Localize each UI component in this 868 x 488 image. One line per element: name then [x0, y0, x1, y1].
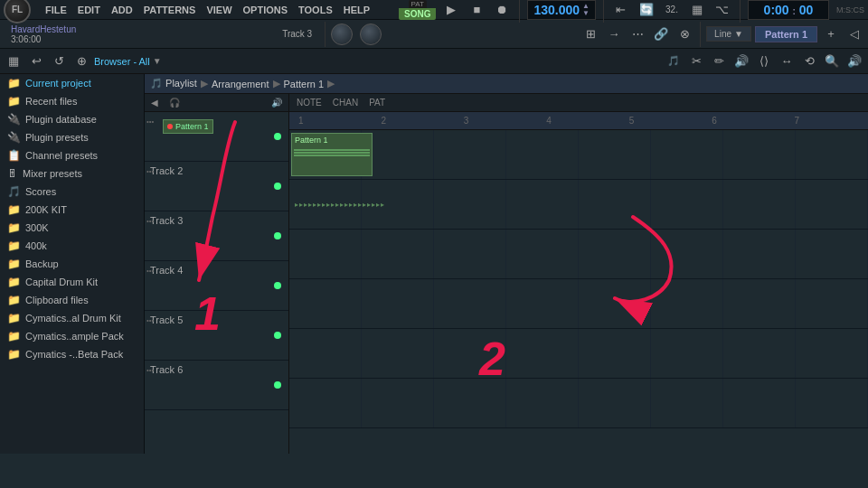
sub-tool-speaker[interactable]: 🔊 — [269, 98, 285, 108]
tool8-icon[interactable]: 🔊 — [844, 52, 864, 71]
line-dropdown[interactable]: Line ▼ — [706, 26, 751, 42]
grid-area[interactable]: NOTE CHAN PAT 1234567 Pattern 1 ▸▸▸▸▸▸▸▸… — [289, 94, 868, 454]
sub-tool-left[interactable]: ◀ — [148, 98, 161, 108]
mixer-icon[interactable]: ⌥ — [712, 0, 732, 20]
tool7-icon[interactable]: 🔍 — [822, 52, 842, 71]
menu-view[interactable]: VIEW — [206, 5, 231, 15]
menu-help[interactable]: HELP — [344, 5, 370, 15]
menu-patterns[interactable]: PATTERNS — [144, 5, 196, 15]
play-button[interactable]: ▶ — [441, 0, 461, 20]
pat-song-toggle[interactable]: PAT SONG — [399, 0, 436, 20]
snap-icon[interactable]: ⇤ — [611, 0, 631, 20]
time-display: 0:00 : 00 — [748, 0, 829, 20]
tool1-icon[interactable]: ✂ — [686, 52, 706, 71]
tool5-icon[interactable]: ↔ — [777, 52, 797, 71]
pattern-button[interactable]: Pattern 1 — [755, 26, 817, 42]
sidebar-item-9[interactable]: 📁400k — [0, 237, 144, 255]
ruler-mark-2: 3 — [464, 116, 469, 126]
master-volume-knob[interactable] — [331, 23, 353, 45]
master-pitch-knob[interactable] — [360, 23, 382, 45]
playlist-area: 🎵 Playlist ▶ Arrangement ▶ Pattern 1 ▶ ◀… — [145, 74, 868, 454]
cpu-icon[interactable]: ⊗ — [675, 24, 694, 44]
grid32-icon[interactable]: 32. — [662, 0, 682, 20]
line-dropdown-arrow[interactable]: ▼ — [734, 29, 743, 39]
sidebar-item-13[interactable]: 📁Cymatics..al Drum Kit — [0, 309, 144, 327]
grid-row-5[interactable] — [289, 379, 868, 428]
grid-cell-4-6 — [723, 329, 796, 378]
sidebar-item-3[interactable]: 🔌Plugin presets — [0, 128, 144, 146]
bpm-spinner[interactable]: ▲ ▼ — [582, 3, 590, 17]
undo-icon[interactable]: ↩ — [26, 52, 46, 71]
menu-edit[interactable]: EDIT — [78, 5, 100, 15]
sidebar-item-11[interactable]: 📁Capital Drum Kit — [0, 273, 144, 291]
sidebar-item-10[interactable]: 📁Backup — [0, 255, 144, 273]
breadcrumb-playlist[interactable]: 🎵 Playlist — [150, 78, 197, 89]
bpm-display[interactable]: 130.000 ▲ ▼ — [527, 0, 596, 20]
grid-cell-2-5 — [651, 230, 723, 278]
playlist-icon[interactable]: ⊞ — [580, 24, 600, 44]
grid-row-0[interactable]: Pattern 1 — [289, 130, 868, 180]
track-info: HavardHestetun 3:06:00 — [4, 24, 83, 44]
track-row-4: •••Track 5 — [145, 311, 288, 361]
sidebar-item-6[interactable]: 🎵Scores — [0, 183, 144, 201]
time-sub: : — [793, 6, 796, 16]
track-green-dot-1 — [274, 183, 281, 190]
grid-cell-4-3 — [506, 329, 579, 378]
menu-file[interactable]: FILE — [45, 5, 67, 15]
stop-button[interactable]: ■ — [467, 0, 486, 20]
grid-row-1[interactable]: ▸▸▸▸▸▸▸▸▸▸▸▸▸▸▸▸▸▸▸▸ — [289, 180, 868, 230]
add-icon[interactable]: ⊕ — [71, 52, 91, 71]
browser-all-label[interactable]: Browser - All — [94, 56, 150, 67]
sidebar-item-7[interactable]: 📁200K KIT — [0, 201, 144, 219]
track-green-dot-4 — [274, 332, 281, 339]
sidebar-item-label-7: 200K KIT — [25, 204, 67, 215]
link-icon[interactable]: 🔗 — [651, 24, 671, 44]
pattern-block-0[interactable]: Pattern 1 — [163, 119, 213, 134]
sidebar-item-label-8: 300K — [25, 222, 49, 233]
sidebar-item-1[interactable]: 📁Recent files — [0, 92, 144, 110]
pattern-arrows-block[interactable]: ▸▸▸▸▸▸▸▸▸▸▸▸▸▸▸▸▸▸▸▸ — [291, 198, 687, 211]
playlist-toggle-icon[interactable]: 🎵 — [664, 52, 684, 71]
tool6-icon[interactable]: ⟲ — [799, 52, 819, 71]
pattern-in-grid-0[interactable]: Pattern 1 — [291, 133, 373, 176]
sidebar-item-12[interactable]: 📁Clipboard files — [0, 291, 144, 309]
sidebar-item-2[interactable]: 🔌Plugin database — [0, 110, 144, 128]
menu-options[interactable]: OPTIONS — [243, 5, 288, 15]
grid-cell-4-1 — [362, 329, 434, 378]
loop-icon[interactable]: 🔄 — [637, 0, 656, 20]
grid-row-2[interactable] — [289, 230, 868, 279]
bpm-down-arrow[interactable]: ▼ — [582, 10, 590, 17]
sidebar-item-8[interactable]: 📁300K — [0, 219, 144, 237]
grid-cell-3-2 — [434, 279, 506, 328]
pattern-nav-icon[interactable]: ◁ — [844, 24, 864, 44]
sidebar-item-5[interactable]: 🎚Mixer presets — [0, 164, 144, 183]
grid-row-4[interactable] — [289, 329, 868, 379]
fx-icon[interactable]: ⋯ — [627, 24, 647, 44]
menu-tools[interactable]: TOOLS — [298, 5, 333, 15]
next-icon[interactable]: → — [604, 24, 624, 44]
browser-dropdown-arrow[interactable]: ▼ — [153, 56, 162, 66]
song-button[interactable]: SONG — [399, 8, 436, 20]
menu-add[interactable]: ADD — [111, 5, 133, 15]
ruler-mark-3: 4 — [546, 116, 552, 126]
sub-tool-headphones[interactable]: 🎧 — [166, 98, 183, 108]
sidebar-item-15[interactable]: 📁Cymatics -..Beta Pack — [0, 345, 144, 363]
tool3-icon[interactable]: 🔊 — [731, 52, 751, 71]
sidebar-item-0[interactable]: 📁Current project — [0, 74, 144, 92]
track-dots-3: ••• — [146, 267, 154, 275]
sidebar-item-14[interactable]: 📁Cymatics..ample Pack — [0, 327, 144, 345]
grid-cell-0-4 — [579, 130, 651, 179]
pattern-add-icon[interactable]: + — [821, 24, 841, 44]
grid-row-3[interactable] — [289, 279, 868, 329]
bars-icon[interactable]: ▦ — [687, 0, 707, 20]
sidebar-item-4[interactable]: 📋Channel presets — [0, 146, 144, 164]
tool2-icon[interactable]: ✏ — [709, 52, 729, 71]
sidebar-item-label-5: Mixer presets — [23, 168, 82, 179]
redo-icon[interactable]: ↺ — [49, 52, 69, 71]
breadcrumb-arrangement[interactable]: Arrangement — [212, 79, 269, 89]
breadcrumb-pattern1[interactable]: Pattern 1 — [284, 79, 325, 89]
tool4-icon[interactable]: ⟨⟩ — [754, 52, 774, 71]
piano-roll-icon[interactable]: ▦ — [4, 52, 24, 71]
sidebar-item-label-6: Scores — [25, 186, 56, 197]
record-button[interactable]: ⏺ — [492, 0, 512, 20]
